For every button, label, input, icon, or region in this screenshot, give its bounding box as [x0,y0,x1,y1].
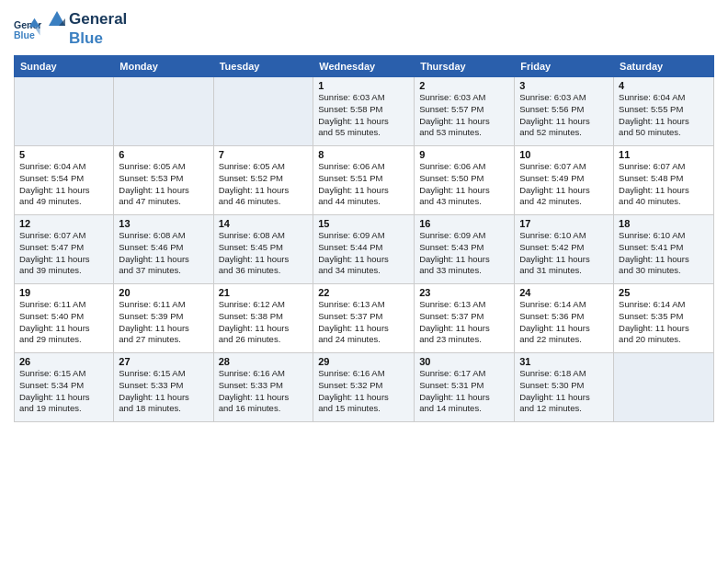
calendar-cell [114,77,213,146]
day-info: Sunrise: 6:12 AM Sunset: 5:38 PM Dayligh… [219,299,309,346]
day-number: 19 [19,287,108,298]
day-info: Sunrise: 6:14 AM Sunset: 5:35 PM Dayligh… [619,299,709,346]
day-info: Sunrise: 6:07 AM Sunset: 5:48 PM Dayligh… [619,161,709,208]
day-info: Sunrise: 6:04 AM Sunset: 5:54 PM Dayligh… [19,161,108,208]
day-number: 20 [119,287,208,298]
day-number: 30 [419,356,509,367]
logo-text-blue: Blue [69,29,127,48]
day-number: 13 [119,218,208,229]
day-number: 3 [519,80,609,91]
day-info: Sunrise: 6:04 AM Sunset: 5:55 PM Dayligh… [619,92,709,139]
day-number: 15 [318,218,409,229]
day-number: 29 [318,356,409,367]
calendar-week-1: 1Sunrise: 6:03 AM Sunset: 5:58 PM Daylig… [15,77,714,146]
page-header: General Blue General Blue [14,9,714,48]
day-info: Sunrise: 6:03 AM Sunset: 5:56 PM Dayligh… [519,92,609,139]
calendar-cell: 16Sunrise: 6:09 AM Sunset: 5:43 PM Dayli… [415,215,515,284]
day-info: Sunrise: 6:11 AM Sunset: 5:39 PM Dayligh… [119,299,208,346]
day-number: 22 [318,287,409,298]
day-number: 4 [619,80,709,91]
calendar-cell: 15Sunrise: 6:09 AM Sunset: 5:44 PM Dayli… [313,215,415,284]
day-info: Sunrise: 6:10 AM Sunset: 5:41 PM Dayligh… [619,230,709,277]
day-number: 18 [619,218,709,229]
day-number: 16 [419,218,509,229]
day-number: 7 [219,149,309,160]
general-blue-logo-graphic [47,9,67,29]
day-info: Sunrise: 6:03 AM Sunset: 5:57 PM Dayligh… [419,92,509,139]
calendar-cell: 18Sunrise: 6:10 AM Sunset: 5:41 PM Dayli… [614,215,714,284]
calendar-cell: 10Sunrise: 6:07 AM Sunset: 5:49 PM Dayli… [515,146,614,215]
calendar-cell: 29Sunrise: 6:16 AM Sunset: 5:32 PM Dayli… [313,353,415,422]
day-info: Sunrise: 6:16 AM Sunset: 5:32 PM Dayligh… [318,368,409,415]
day-info: Sunrise: 6:05 AM Sunset: 5:52 PM Dayligh… [219,161,309,208]
calendar-cell: 27Sunrise: 6:15 AM Sunset: 5:33 PM Dayli… [114,353,213,422]
calendar-cell: 7Sunrise: 6:05 AM Sunset: 5:52 PM Daylig… [213,146,313,215]
day-number: 23 [419,287,509,298]
day-number: 17 [519,218,609,229]
day-of-week-tuesday: Tuesday [213,56,313,77]
day-info: Sunrise: 6:08 AM Sunset: 5:46 PM Dayligh… [119,230,208,277]
day-number: 9 [419,149,509,160]
calendar-cell: 13Sunrise: 6:08 AM Sunset: 5:46 PM Dayli… [114,215,213,284]
day-of-week-wednesday: Wednesday [313,56,415,77]
day-info: Sunrise: 6:13 AM Sunset: 5:37 PM Dayligh… [419,299,509,346]
day-info: Sunrise: 6:07 AM Sunset: 5:47 PM Dayligh… [19,230,108,277]
day-info: Sunrise: 6:08 AM Sunset: 5:45 PM Dayligh… [219,230,309,277]
day-info: Sunrise: 6:09 AM Sunset: 5:43 PM Dayligh… [419,230,509,277]
logo: General Blue General Blue [14,9,127,48]
day-number: 2 [419,80,509,91]
day-number: 25 [619,287,709,298]
calendar-cell: 9Sunrise: 6:06 AM Sunset: 5:50 PM Daylig… [415,146,515,215]
day-number: 27 [119,356,208,367]
calendar-cell [213,77,313,146]
calendar-cell: 17Sunrise: 6:10 AM Sunset: 5:42 PM Dayli… [515,215,614,284]
calendar-cell: 12Sunrise: 6:07 AM Sunset: 5:47 PM Dayli… [15,215,114,284]
calendar-cell: 11Sunrise: 6:07 AM Sunset: 5:48 PM Dayli… [614,146,714,215]
day-info: Sunrise: 6:10 AM Sunset: 5:42 PM Dayligh… [519,230,609,277]
logo-text-general: General [69,10,127,29]
day-of-week-sunday: Sunday [15,56,114,77]
calendar-cell: 21Sunrise: 6:12 AM Sunset: 5:38 PM Dayli… [213,284,313,353]
day-number: 5 [19,149,108,160]
day-number: 28 [219,356,309,367]
calendar-cell: 30Sunrise: 6:17 AM Sunset: 5:31 PM Dayli… [415,353,515,422]
calendar-week-2: 5Sunrise: 6:04 AM Sunset: 5:54 PM Daylig… [15,146,714,215]
day-number: 12 [19,218,108,229]
day-number: 8 [318,149,409,160]
day-info: Sunrise: 6:06 AM Sunset: 5:50 PM Dayligh… [419,161,509,208]
day-number: 10 [519,149,609,160]
calendar-cell: 6Sunrise: 6:05 AM Sunset: 5:53 PM Daylig… [114,146,213,215]
calendar-body: 1Sunrise: 6:03 AM Sunset: 5:58 PM Daylig… [15,77,714,422]
calendar-cell: 14Sunrise: 6:08 AM Sunset: 5:45 PM Dayli… [213,215,313,284]
svg-text:Blue: Blue [14,29,35,40]
calendar-cell: 25Sunrise: 6:14 AM Sunset: 5:35 PM Dayli… [614,284,714,353]
calendar-cell: 2Sunrise: 6:03 AM Sunset: 5:57 PM Daylig… [415,77,515,146]
day-info: Sunrise: 6:15 AM Sunset: 5:34 PM Dayligh… [19,368,108,415]
day-number: 11 [619,149,709,160]
calendar-cell: 20Sunrise: 6:11 AM Sunset: 5:39 PM Dayli… [114,284,213,353]
day-info: Sunrise: 6:03 AM Sunset: 5:58 PM Dayligh… [318,92,409,139]
calendar-cell: 4Sunrise: 6:04 AM Sunset: 5:55 PM Daylig… [614,77,714,146]
day-number: 31 [519,356,609,367]
calendar-header: SundayMondayTuesdayWednesdayThursdayFrid… [15,56,714,77]
day-number: 26 [19,356,108,367]
calendar-cell [15,77,114,146]
calendar-cell: 3Sunrise: 6:03 AM Sunset: 5:56 PM Daylig… [515,77,614,146]
day-info: Sunrise: 6:18 AM Sunset: 5:30 PM Dayligh… [519,368,609,415]
calendar-cell: 31Sunrise: 6:18 AM Sunset: 5:30 PM Dayli… [515,353,614,422]
day-number: 14 [219,218,309,229]
day-info: Sunrise: 6:15 AM Sunset: 5:33 PM Dayligh… [119,368,208,415]
calendar-week-5: 26Sunrise: 6:15 AM Sunset: 5:34 PM Dayli… [15,353,714,422]
day-of-week-monday: Monday [114,56,213,77]
day-info: Sunrise: 6:05 AM Sunset: 5:53 PM Dayligh… [119,161,208,208]
calendar-cell: 1Sunrise: 6:03 AM Sunset: 5:58 PM Daylig… [313,77,415,146]
calendar-table: SundayMondayTuesdayWednesdayThursdayFrid… [14,55,714,422]
day-number: 21 [219,287,309,298]
day-info: Sunrise: 6:06 AM Sunset: 5:51 PM Dayligh… [318,161,409,208]
day-of-week-thursday: Thursday [415,56,515,77]
calendar-cell [614,353,714,422]
day-info: Sunrise: 6:13 AM Sunset: 5:37 PM Dayligh… [318,299,409,346]
calendar-week-3: 12Sunrise: 6:07 AM Sunset: 5:47 PM Dayli… [15,215,714,284]
calendar-cell: 26Sunrise: 6:15 AM Sunset: 5:34 PM Dayli… [15,353,114,422]
calendar-cell: 28Sunrise: 6:16 AM Sunset: 5:33 PM Dayli… [213,353,313,422]
